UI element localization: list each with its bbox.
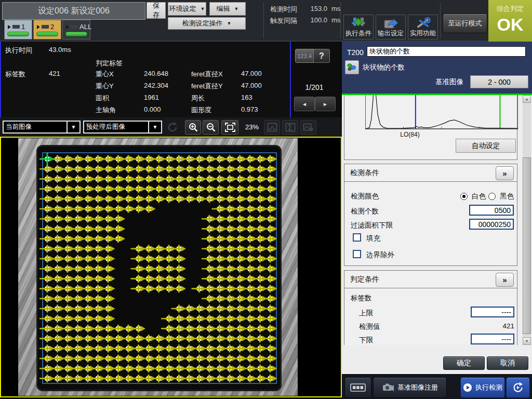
tab-label: 1 (21, 23, 25, 31)
upper-limit-input[interactable] (471, 307, 514, 317)
expand-detect-button[interactable]: » (496, 166, 514, 180)
detect-conditions-group: 检测条件 » 检测颜色 白色 黑色 检测个数 过滤面积下限 填充 边界除外 (344, 164, 517, 266)
register-reference-image-button[interactable]: 基准图像注册 (373, 377, 447, 398)
detect-count-label: 检测个数 (351, 207, 379, 216)
upper-limit-label: 上限 (359, 309, 373, 318)
detect-time-label: 检测时间 (270, 5, 297, 14)
lower-limit-label: 下限 (359, 336, 373, 345)
trigger-interval-unit: ms (331, 16, 340, 24)
zoom-out-button[interactable] (203, 120, 219, 135)
radio-black[interactable] (488, 193, 496, 200)
lower-limit-input[interactable] (471, 334, 514, 344)
label-count-label: 标签数 (5, 70, 25, 79)
filmstrip-button[interactable] (344, 377, 371, 398)
chevron-down-icon: ▼ (234, 6, 239, 11)
detect-time-value: 153.0 (299, 5, 327, 12)
zoom-in-button[interactable] (185, 120, 201, 135)
unit-type-label: 块状物的个数 (363, 63, 405, 72)
measured-value: 421 (471, 322, 514, 330)
meas-value: 1961 (144, 94, 159, 101)
flow-condition-icon (350, 17, 367, 30)
detect-count-input[interactable] (469, 205, 514, 216)
output-settings-button[interactable]: 输出设定 (376, 15, 406, 39)
scrollbar-thumb[interactable] (523, 157, 531, 334)
detect-settings-ops-menu[interactable]: 检测设定操作▼ (168, 17, 246, 30)
layout-icon (12, 25, 20, 29)
display-settings-button[interactable] (300, 120, 316, 135)
environment-settings-menu[interactable]: 环境设定▼ (168, 2, 206, 16)
detect-conditions-title: 检测条件 (350, 168, 379, 178)
profile-display-button[interactable] (264, 120, 280, 135)
scroll-down-button[interactable]: ▼ (523, 337, 531, 345)
prev-page-button[interactable]: ◄ (294, 97, 315, 111)
numeric-display-button[interactable]: 123.4 (295, 49, 314, 63)
play-icon (37, 25, 40, 29)
run-test-button[interactable]: 执行检测 (460, 377, 505, 398)
detect-time-unit: ms (331, 5, 340, 12)
filter-area-label: 过滤面积下限 (351, 221, 393, 230)
page-indicator: 1/201 (291, 83, 338, 91)
filmstrip-icon (350, 382, 366, 393)
scene-title[interactable]: 设定006 新设定006 (2, 2, 145, 20)
image-stage-select[interactable]: 预处理后图像 ▼ (83, 121, 162, 134)
help-button[interactable]: ? (313, 49, 330, 63)
expand-judge-button[interactable]: » (496, 273, 514, 287)
unit-bottom-toolbar: 基准图像注册 执行检测 (342, 374, 532, 399)
refresh-icon-disabled (166, 121, 179, 134)
detect-color-label: 检测颜色 (351, 192, 379, 201)
angle-display-button[interactable] (282, 120, 298, 135)
label-count-label: 标签数 (351, 294, 372, 303)
tab-label: ALL (79, 23, 91, 31)
next-icon: ► (323, 101, 328, 107)
overall-judgement-panel: 综合判定 OK (488, 0, 532, 42)
unit-name-input[interactable] (367, 46, 526, 57)
zoom-percent: 23% (245, 123, 259, 131)
ok-button[interactable]: 确定 (443, 356, 485, 370)
scene-tab-1[interactable]: 1 (4, 20, 32, 39)
profile-curve-icon (267, 123, 277, 132)
tools-icon (414, 17, 432, 30)
scene-tab-ALL[interactable]: ALL (62, 20, 90, 39)
auto-set-button[interactable]: 自动设定 (456, 139, 516, 153)
filter-area-input[interactable] (469, 219, 514, 230)
cancel-button[interactable]: 取消 (487, 356, 528, 370)
judge-label-header: 判定标签 (96, 59, 123, 68)
layout-icon (71, 25, 78, 29)
meas-name: 主轴角 (96, 105, 116, 115)
blob-count-unit-icon (345, 60, 359, 74)
image-settings-icon (303, 123, 314, 132)
retest-loop-button[interactable] (506, 377, 530, 398)
application-window: 设定006 新设定006 保存 环境设定▼ 编辑▼ 检测设定操作▼ 检测时间 1… (0, 0, 532, 399)
measured-label: 检测值 (359, 322, 380, 331)
run-mode-button[interactable]: 至运行模式 (443, 14, 487, 33)
edit-menu[interactable]: 编辑▼ (209, 2, 246, 16)
radio-white[interactable] (460, 193, 468, 200)
reference-image-label: 基准图像 (435, 77, 463, 87)
refresh-icon (512, 381, 524, 394)
overall-judgement-value: OK (488, 15, 532, 35)
settings-scrollbar[interactable]: ▲ ▼ (523, 95, 531, 345)
next-page-button[interactable]: ► (315, 97, 336, 111)
unit-header: T200 块状物的个数 基准图像 2 - 000 (342, 42, 532, 94)
exec-condition-button[interactable]: 执行条件 (343, 15, 374, 39)
down-icon: ▼ (525, 339, 529, 343)
fill-checkbox[interactable] (353, 233, 361, 242)
chevron-down-icon: ▼ (148, 122, 161, 132)
fit-to-window-button[interactable] (221, 120, 238, 135)
meas-value: 163 (241, 94, 252, 101)
meas-value: 0.000 (144, 105, 161, 113)
scroll-up-button[interactable]: ▲ (523, 95, 531, 103)
scene-tab-2[interactable]: 2 (33, 20, 61, 39)
layout-icon (42, 25, 49, 29)
exclude-edge-checkbox[interactable] (353, 250, 361, 258)
utility-button[interactable]: 实用功能 (408, 15, 438, 39)
result-paging-panel: 123.4 ? 1/201 ◄ ► (291, 42, 340, 117)
save-button[interactable]: 保存 (147, 2, 166, 19)
reference-image-button[interactable]: 2 - 000 (470, 75, 528, 88)
play-icon (66, 25, 69, 29)
image-display-area[interactable] (0, 137, 342, 397)
judge-conditions-group: 判定条件 » 标签数 上限 检测值 421 下限 (344, 270, 517, 345)
image-source-select[interactable]: 当前图像 ▼ (3, 121, 81, 134)
chevron-down-icon: ▼ (227, 21, 232, 26)
exclude-edge-label: 边界除外 (366, 250, 394, 260)
